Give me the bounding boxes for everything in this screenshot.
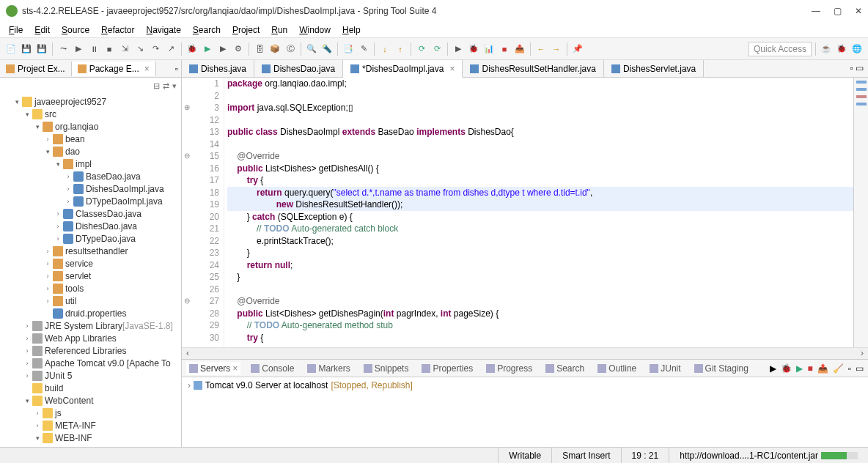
annotation-icon[interactable]: ✎: [357, 42, 370, 56]
save-icon[interactable]: 💾: [20, 42, 33, 56]
perspective-java-icon[interactable]: ☕: [820, 42, 833, 56]
editor-tab[interactable]: Dishes.java: [182, 60, 254, 77]
pin-icon[interactable]: 📌: [571, 42, 584, 56]
tree-item[interactable]: ›Referenced Libraries: [1, 344, 180, 357]
scroll-left-icon[interactable]: ‹: [182, 348, 194, 359]
bottom-tab-git-staging[interactable]: Git Staging: [691, 362, 751, 375]
bottom-tab-snippets[interactable]: Snippets: [361, 362, 412, 375]
menu-navigate[interactable]: Navigate: [140, 23, 186, 37]
collapse-all-icon[interactable]: ⊟: [153, 81, 160, 91]
disconnect-icon[interactable]: ⇲: [118, 42, 131, 56]
tree-item[interactable]: ▾impl: [1, 158, 180, 170]
view-menu-icon[interactable]: ▾: [172, 81, 177, 91]
coverage-icon[interactable]: ▶: [216, 42, 229, 56]
tree-item[interactable]: ›util: [1, 295, 180, 307]
quick-access[interactable]: Quick Access: [749, 42, 812, 56]
new-server-icon[interactable]: 🗄: [253, 42, 266, 56]
tree-item[interactable]: ›JUnit 5: [1, 369, 180, 382]
package-tree[interactable]: ▾javaeeproject9527▾src▾org.lanqiao›bean▾…: [0, 94, 181, 447]
menu-source[interactable]: Source: [56, 23, 95, 37]
close-button[interactable]: ✕: [855, 6, 862, 16]
editor-tab[interactable]: *DishesDaoImpl.java×: [343, 60, 463, 78]
toggle-mark-icon[interactable]: 📑: [342, 42, 355, 56]
open-type-icon[interactable]: 🔍: [305, 42, 318, 56]
publish-icon[interactable]: 📤: [513, 42, 526, 56]
menu-search[interactable]: Search: [187, 23, 227, 37]
profile-server-icon[interactable]: 📊: [482, 42, 496, 56]
run-icon[interactable]: ▶: [201, 42, 214, 56]
bottom-tab-progress[interactable]: Progress: [483, 362, 535, 375]
editor-tab[interactable]: DishesResultSetHandler.java: [463, 60, 603, 77]
project-node[interactable]: ▾javaeeproject9527: [1, 95, 180, 108]
server-clean-icon[interactable]: 🧹: [833, 363, 844, 374]
tree-item[interactable]: ›DishesDao.java: [1, 220, 180, 232]
maximize-editor-icon[interactable]: ▫ ▭: [845, 60, 868, 77]
bottom-tab-outline[interactable]: Outline: [595, 362, 639, 375]
new-class-icon[interactable]: Ⓒ: [284, 42, 297, 56]
tree-item[interactable]: ›servlet: [1, 270, 180, 282]
tree-item[interactable]: build: [1, 382, 180, 394]
tree-item[interactable]: ›tools: [1, 282, 180, 295]
menu-refactor[interactable]: Refactor: [95, 23, 140, 37]
tree-item[interactable]: ›META-INF: [1, 419, 180, 431]
tree-item[interactable]: druid.properties: [1, 307, 180, 319]
tree-item[interactable]: ›js: [1, 407, 180, 419]
code-text[interactable]: package org.lanqiao.dao.impl; import jav…: [224, 78, 853, 347]
server-stop-icon[interactable]: ■: [807, 363, 812, 374]
marker-icon[interactable]: [856, 103, 867, 105]
server-start-icon[interactable]: ▶: [770, 363, 776, 374]
marker-icon[interactable]: [856, 81, 867, 84]
debug-skip-icon[interactable]: ⤳: [56, 42, 70, 56]
tree-item[interactable]: ›DTypeDaoImpl.java: [1, 195, 180, 207]
cursor-up-icon[interactable]: ↑: [394, 42, 407, 56]
resume-icon[interactable]: ▶: [72, 42, 85, 56]
search-icon[interactable]: 🔦: [320, 42, 334, 56]
menu-help[interactable]: Help: [336, 23, 367, 37]
forward-icon[interactable]: →: [550, 42, 563, 56]
cursor-down-icon[interactable]: ↓: [378, 42, 391, 56]
tree-item[interactable]: ▾WEB-INF: [1, 431, 180, 444]
tree-item[interactable]: ›service: [1, 257, 180, 270]
step-over-icon[interactable]: ↷: [149, 42, 162, 56]
close-icon[interactable]: ×: [144, 64, 150, 74]
server-row[interactable]: › Tomcat v9.0 Server at localhost [Stopp…: [188, 380, 862, 390]
menu-edit[interactable]: Edit: [29, 23, 56, 37]
tree-item[interactable]: ›BaseDao.java: [1, 170, 180, 182]
menu-project[interactable]: Project: [227, 23, 265, 37]
stop-icon[interactable]: ■: [103, 42, 116, 56]
back-icon[interactable]: ←: [534, 42, 548, 56]
view-maximize-icon[interactable]: ▭: [856, 363, 864, 374]
src-folder[interactable]: ▾src: [1, 108, 180, 120]
server-debug-icon[interactable]: 🐞: [781, 363, 792, 374]
editor-tab[interactable]: DishesServlet.java: [604, 60, 704, 77]
tree-item[interactable]: ›Apache Tomcat v9.0 [Apache To: [1, 357, 180, 369]
code-area[interactable]: ⊕⊖⊖ 123121314151617181920212223242526272…: [182, 78, 868, 347]
tree-item[interactable]: ›bean: [1, 133, 180, 145]
tree-item[interactable]: ›ClassesDao.java: [1, 207, 180, 220]
package-node[interactable]: ▾org.lanqiao: [1, 120, 180, 133]
menu-run[interactable]: Run: [265, 23, 293, 37]
scroll-right-icon[interactable]: ›: [856, 348, 868, 359]
stop-server-icon[interactable]: ■: [498, 42, 511, 56]
menu-window[interactable]: Window: [293, 23, 336, 37]
new-java-icon[interactable]: 📦: [268, 42, 282, 56]
bottom-tab-console[interactable]: Console: [248, 362, 297, 375]
tree-item[interactable]: ›resultsethandler: [1, 245, 180, 257]
bottom-tab-properties[interactable]: Properties: [419, 362, 476, 375]
save-all-icon[interactable]: 💾: [35, 42, 48, 56]
view-minimize-icon[interactable]: ▫: [848, 363, 851, 374]
menu-file[interactable]: File: [3, 23, 29, 37]
relaunch-icon[interactable]: ⟳: [415, 42, 428, 56]
step-return-icon[interactable]: ↗: [164, 42, 177, 56]
server-profile-icon[interactable]: ▶: [796, 363, 803, 374]
link-editor-icon[interactable]: ⇄: [163, 81, 169, 91]
debug-icon[interactable]: 🐞: [185, 42, 199, 56]
editor-tab[interactable]: DishesDao.java: [254, 60, 343, 77]
overview-ruler[interactable]: [853, 78, 868, 347]
new-icon[interactable]: 📄: [4, 42, 18, 56]
package-explorer-tab[interactable]: Package E... ×: [72, 62, 156, 76]
tree-item[interactable]: ›DTypeDao.java: [1, 232, 180, 245]
external-tools-icon[interactable]: ⚙: [232, 42, 245, 56]
close-icon[interactable]: ×: [449, 64, 455, 74]
marker-icon[interactable]: [856, 95, 867, 98]
